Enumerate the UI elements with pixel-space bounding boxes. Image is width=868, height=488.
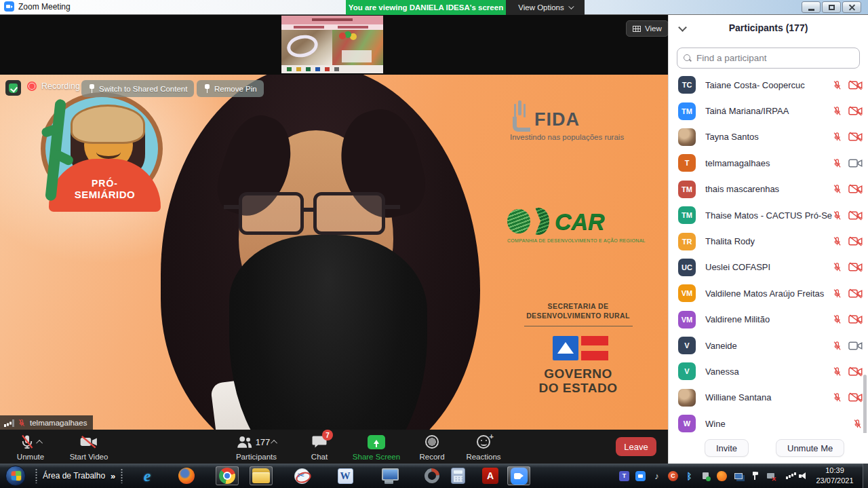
unmute-button[interactable]: Unmute bbox=[8, 433, 53, 461]
usb-tray-icon[interactable] bbox=[701, 471, 711, 481]
action-center-flag-icon[interactable] bbox=[749, 471, 760, 481]
chrome-icon[interactable] bbox=[216, 466, 239, 485]
invite-button[interactable]: Invite bbox=[705, 439, 749, 457]
car-logo: CAR COMPANHIA DE DESENVOLVIMENTO E AÇÃO … bbox=[507, 208, 650, 243]
thumbnail-photo-right bbox=[332, 30, 383, 65]
window-title: Zoom Meeting bbox=[18, 2, 71, 12]
remove-pin-button[interactable]: Remove Pin bbox=[197, 80, 264, 97]
participants-button[interactable]: 177 Participants bbox=[224, 433, 289, 461]
view-button-label: View bbox=[645, 24, 662, 33]
video-off-icon bbox=[848, 80, 863, 90]
mic-muted-icon bbox=[18, 419, 26, 427]
participant-row[interactable]: TC Taiane Costa- Coopercuc bbox=[669, 72, 868, 98]
participant-row[interactable]: UC Ueslei COFASPI bbox=[669, 255, 868, 280]
participant-row[interactable]: TR Thalita Rody bbox=[669, 228, 868, 254]
remote-desktop-icon[interactable] bbox=[377, 466, 400, 485]
title-bar: Zoom Meeting You are viewing DANIELA IDE… bbox=[0, 0, 868, 15]
participant-row[interactable]: TM thais mascarenhas bbox=[669, 176, 868, 202]
reactions-button[interactable]: + Reactions bbox=[458, 433, 509, 461]
signal-tray-icon[interactable] bbox=[782, 471, 792, 481]
pie-app-icon[interactable] bbox=[420, 466, 443, 485]
zoom-tray-icon[interactable] bbox=[635, 471, 646, 481]
unmute-me-button[interactable]: Unmute Me bbox=[776, 439, 844, 457]
pin-icon bbox=[203, 84, 210, 93]
acrobat-icon[interactable]: A bbox=[479, 466, 502, 485]
participant-row[interactable]: TM Tainá Mariana/IRPAA bbox=[669, 98, 868, 124]
participant-row[interactable]: Williane Santana bbox=[669, 385, 868, 411]
participant-row[interactable]: V Vanessa bbox=[669, 358, 868, 384]
start-button[interactable] bbox=[5, 466, 26, 486]
network-tray-icon[interactable] bbox=[733, 471, 743, 481]
chat-button[interactable]: 7 Chat bbox=[300, 433, 338, 461]
file-explorer-icon[interactable] bbox=[250, 466, 273, 485]
minimize-button[interactable] bbox=[802, 1, 821, 13]
participant-avatar: V bbox=[678, 337, 696, 354]
participant-name: thais mascarenhas bbox=[705, 184, 832, 194]
video-off-icon bbox=[848, 288, 863, 299]
mic-muted-icon bbox=[832, 158, 842, 168]
view-button[interactable]: View bbox=[626, 20, 669, 37]
video-on-icon bbox=[848, 341, 863, 351]
participant-name-tag: telmamagalhaes bbox=[0, 415, 93, 430]
prosemiarido-text: SEMIÁRIDO bbox=[75, 189, 136, 200]
avast-tray-icon[interactable] bbox=[717, 471, 727, 481]
toolbar-overflow-chevron[interactable]: » bbox=[111, 471, 115, 481]
mic-muted-icon bbox=[832, 184, 842, 194]
leave-button[interactable]: Leave bbox=[616, 437, 656, 456]
taskbar-clock[interactable]: 10:39 23/07/2021 bbox=[811, 466, 859, 486]
bluetooth-tray-icon[interactable]: ᛒ bbox=[684, 471, 694, 481]
panel-scrollbar[interactable] bbox=[863, 375, 867, 439]
recording-indicator[interactable]: Recording bbox=[27, 81, 80, 91]
record-button[interactable]: Record bbox=[411, 433, 453, 461]
participant-row[interactable]: T telmamagalhaes bbox=[669, 150, 868, 176]
calculator-icon[interactable] bbox=[446, 466, 469, 485]
music-tray-icon[interactable]: ♪ bbox=[652, 471, 662, 481]
participants-options-chevron[interactable] bbox=[271, 439, 277, 446]
close-button[interactable] bbox=[842, 1, 861, 13]
name-tag-label: telmamagalhaes bbox=[30, 419, 87, 427]
mic-muted-icon bbox=[832, 341, 842, 351]
desktop-toolbar-label[interactable]: Área de Trabalho bbox=[43, 471, 105, 481]
zoom-taskbar-icon[interactable] bbox=[507, 466, 530, 485]
thumbnail-photo-left bbox=[281, 30, 332, 65]
volume-tray-icon[interactable] bbox=[798, 471, 808, 481]
governo-text: GOVERNO bbox=[505, 367, 651, 381]
unmute-label: Unmute bbox=[17, 453, 44, 461]
participant-row[interactable]: V Vaneide bbox=[669, 333, 868, 358]
show-desktop-button[interactable] bbox=[863, 464, 868, 488]
car-tagline: COMPANHIA DE DESENVOLVIMENTO E AÇÃO REGI… bbox=[507, 238, 650, 243]
switch-button-label: Switch to Shared Content bbox=[99, 85, 187, 93]
maximize-button[interactable] bbox=[822, 1, 841, 13]
thumbnail-subheader bbox=[281, 24, 383, 30]
participant-search[interactable] bbox=[677, 48, 860, 69]
thumbnail-header bbox=[281, 16, 383, 24]
search-input[interactable] bbox=[696, 53, 853, 63]
display-error-tray-icon[interactable] bbox=[766, 471, 776, 481]
meeting-toolbar: Unmute Start Video 177 bbox=[0, 430, 668, 464]
system-tray: T ♪ C ᛒ bbox=[619, 464, 808, 488]
firefox-icon[interactable] bbox=[175, 466, 198, 485]
participant-row[interactable]: TM Thaise Matos - CACTUS Pró-Se... bbox=[669, 202, 868, 228]
participant-row[interactable]: VM Valdilene Matos Araújo Freitas bbox=[669, 280, 868, 306]
internet-explorer-icon[interactable]: e bbox=[136, 466, 159, 485]
share-screen-icon bbox=[368, 435, 385, 449]
word-icon[interactable]: W bbox=[334, 466, 357, 485]
recording-label: Recording bbox=[41, 81, 80, 91]
snipping-tool-icon[interactable] bbox=[290, 466, 313, 485]
participant-row[interactable]: Tayna Santos bbox=[669, 124, 868, 150]
participant-row[interactable]: VM Valdirene Militão bbox=[669, 307, 868, 333]
start-video-button[interactable]: Start Video bbox=[60, 433, 118, 461]
maximize-icon bbox=[829, 5, 835, 10]
mic-muted-icon bbox=[832, 392, 842, 402]
ccleaner-tray-icon[interactable]: C bbox=[668, 471, 678, 481]
view-options-button[interactable]: View Options bbox=[506, 0, 585, 15]
mic-options-chevron[interactable] bbox=[36, 439, 43, 446]
mic-muted-icon bbox=[832, 132, 842, 142]
grid-view-icon bbox=[633, 26, 641, 32]
shared-screen-thumbnail[interactable] bbox=[281, 16, 383, 73]
switch-to-shared-content-button[interactable]: Switch to Shared Content bbox=[81, 80, 194, 97]
glasses-left-lens bbox=[239, 192, 304, 235]
share-screen-button[interactable]: Share Screen bbox=[344, 433, 408, 461]
divider bbox=[524, 326, 633, 326]
teams-tray-icon[interactable]: T bbox=[619, 471, 629, 481]
